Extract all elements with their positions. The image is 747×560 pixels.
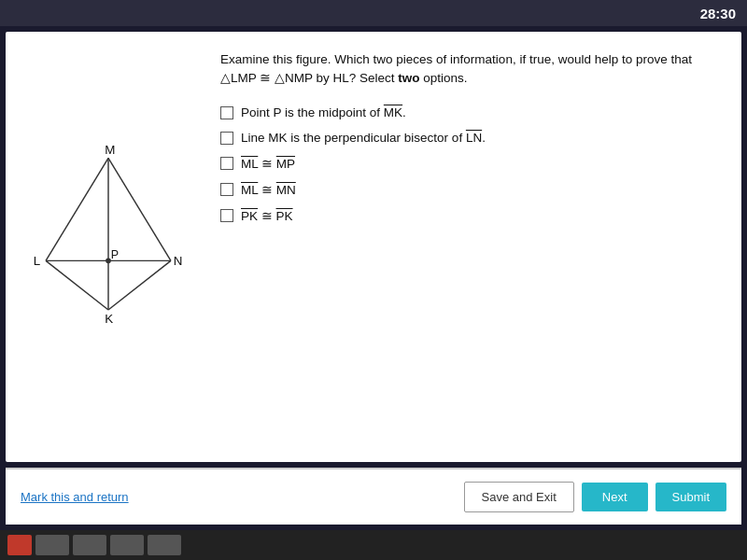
taskbar-item-3[interactable] xyxy=(73,535,106,555)
segment-MK: MK xyxy=(384,105,402,119)
option-5-label: PK ≅ PK xyxy=(241,208,293,223)
segment-MN-4: MN xyxy=(276,183,296,197)
segment-PK-5: PK xyxy=(241,209,258,223)
checkbox-5[interactable] xyxy=(220,209,233,222)
checkbox-2[interactable] xyxy=(220,132,233,145)
question-text: Examine this figure. Which two pieces of… xyxy=(220,50,719,89)
option-1-label: Point P is the midpoint of MK. xyxy=(241,105,406,119)
segment-MP-3: MP xyxy=(276,157,295,171)
option-3[interactable]: ML ≅ MP xyxy=(220,156,719,171)
svg-line-1 xyxy=(46,158,108,260)
label-K: K xyxy=(105,312,113,326)
label-N: N xyxy=(174,254,183,268)
taskbar-item-2[interactable] xyxy=(35,535,69,555)
segment-PK-5b: PK xyxy=(276,209,293,223)
checkbox-4[interactable] xyxy=(220,183,233,196)
question-bold: two xyxy=(398,71,419,85)
taskbar-item-1 xyxy=(7,535,32,555)
label-M: M xyxy=(105,145,115,157)
svg-line-4 xyxy=(46,260,108,310)
button-group: Save and Exit Next Submit xyxy=(464,482,726,512)
taskbar-item-4[interactable] xyxy=(110,535,144,555)
geometry-figure: M L N P K xyxy=(24,145,192,350)
checkbox-1[interactable] xyxy=(220,106,233,119)
option-4-label: ML ≅ MN xyxy=(241,182,296,197)
mark-return-link[interactable]: Mark this and return xyxy=(21,490,129,504)
svg-line-5 xyxy=(108,260,171,310)
option-2-label: Line MK is the perpendicular bisector of… xyxy=(241,131,486,145)
question-panel: Examine this figure. Which two pieces of… xyxy=(211,32,741,462)
submit-button[interactable]: Submit xyxy=(655,483,726,511)
question-end: options. xyxy=(420,71,468,85)
option-4[interactable]: ML ≅ MN xyxy=(220,182,719,197)
bottom-bar: Mark this and return Save and Exit Next … xyxy=(6,469,741,525)
save-exit-button[interactable]: Save and Exit xyxy=(464,482,574,512)
main-content: M L N P K Examine this figure. Which two… xyxy=(6,32,741,462)
label-P: P xyxy=(111,248,119,261)
option-1[interactable]: Point P is the midpoint of MK. xyxy=(220,105,719,119)
svg-point-6 xyxy=(106,258,111,263)
segment-ML-3: ML xyxy=(241,157,258,171)
next-button[interactable]: Next xyxy=(582,483,648,511)
option-3-label: ML ≅ MP xyxy=(241,156,295,171)
checkbox-3[interactable] xyxy=(220,157,233,170)
timer-display: 28:30 xyxy=(700,6,736,21)
svg-line-2 xyxy=(108,158,171,260)
top-bar: 28:30 xyxy=(0,0,747,26)
taskbar-item-5[interactable] xyxy=(148,535,181,555)
segment-LN: LN xyxy=(466,131,482,145)
option-5[interactable]: PK ≅ PK xyxy=(220,208,719,223)
taskbar xyxy=(0,530,747,560)
options-list: Point P is the midpoint of MK. Line MK i… xyxy=(220,105,719,223)
figure-panel: M L N P K xyxy=(6,32,211,462)
segment-ML-4: ML xyxy=(241,183,258,197)
label-L: L xyxy=(34,254,40,268)
option-2[interactable]: Line MK is the perpendicular bisector of… xyxy=(220,131,719,145)
